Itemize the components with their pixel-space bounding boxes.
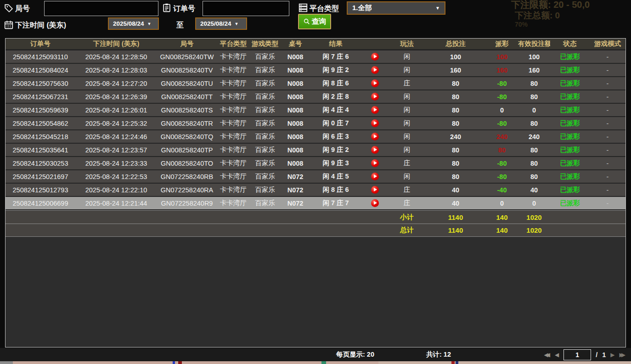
cell-time: 2025-08-24 12:26:39 bbox=[75, 93, 157, 101]
date-from-picker[interactable]: 2025/08/24 bbox=[108, 17, 159, 30]
cell-play-type: 庄 bbox=[389, 79, 425, 88]
cell-time: 2025-08-24 12:28:50 bbox=[75, 53, 157, 61]
cell-round: GN008258240TS bbox=[157, 106, 217, 114]
cell-game-type: 百家乐 bbox=[250, 146, 280, 154]
cell-total-bet: 80 bbox=[425, 80, 486, 87]
cell-game-type: 百家乐 bbox=[250, 79, 280, 88]
cell-platform: 卡卡湾厅 bbox=[217, 185, 250, 194]
first-page-icon[interactable] bbox=[544, 352, 550, 358]
cell-round: GN072258240R9 bbox=[157, 200, 217, 207]
cell-game-mode: - bbox=[590, 120, 625, 127]
play-icon[interactable] bbox=[371, 133, 379, 140]
cell-result: 闲 6 庄 3 bbox=[310, 132, 361, 141]
cell-total-bet: 100 bbox=[425, 53, 486, 61]
cell-platform: 卡卡湾厅 bbox=[217, 132, 250, 141]
table-row[interactable]: 2508241250356412025-08-24 12:23:57GN0082… bbox=[6, 144, 625, 157]
cell-payout: 100 bbox=[486, 53, 518, 61]
cell-platform: 卡卡湾厅 bbox=[217, 159, 250, 168]
cell-status: 已派彩 bbox=[550, 132, 590, 141]
page-total: 1 bbox=[602, 351, 606, 358]
cell-round: GN072258240RB bbox=[157, 173, 217, 180]
play-icon[interactable] bbox=[371, 79, 379, 87]
cell-total-bet: 80 bbox=[425, 146, 486, 154]
play-icon[interactable] bbox=[371, 199, 379, 207]
search-button[interactable]: 查询 bbox=[298, 14, 331, 29]
cell-result: 闲 7 庄 7 bbox=[310, 199, 361, 207]
background-strip bbox=[0, 361, 631, 364]
cell-platform: 卡卡湾厅 bbox=[217, 106, 250, 114]
cell-time: 2025-08-24 12:28:03 bbox=[75, 67, 157, 74]
cell-play bbox=[361, 93, 389, 101]
cell-total-bet: 80 bbox=[425, 173, 486, 180]
cell-game-mode: - bbox=[590, 67, 625, 74]
date-to-picker[interactable]: 2025/08/24 bbox=[195, 17, 247, 30]
table-row[interactable]: 2508241250066992025-08-24 12:21:44GN0722… bbox=[6, 197, 625, 210]
cell-game-mode: - bbox=[590, 53, 625, 61]
cell-play bbox=[361, 146, 389, 154]
table-row[interactable]: 2508241250596392025-08-24 12:26:01GN0082… bbox=[6, 104, 625, 117]
calendar-icon bbox=[4, 20, 14, 30]
cell-play bbox=[361, 106, 389, 114]
cell-game-mode: - bbox=[590, 146, 625, 154]
header-game-mode: 游戏模式 bbox=[590, 39, 625, 48]
play-icon[interactable] bbox=[371, 53, 379, 61]
cell-table-no: N008 bbox=[280, 67, 310, 74]
header-game-type: 游戏类型 bbox=[250, 39, 280, 48]
platform-icon bbox=[298, 3, 308, 13]
cell-table-no: N072 bbox=[280, 186, 310, 194]
cell-round: GN008258240TR bbox=[157, 120, 217, 127]
cell-time: 2025-08-24 12:21:44 bbox=[75, 200, 157, 207]
platform-select[interactable]: 1.全部 bbox=[347, 1, 445, 15]
last-page-icon[interactable] bbox=[620, 352, 625, 358]
cell-table-no: N008 bbox=[280, 160, 310, 167]
play-icon[interactable] bbox=[371, 66, 379, 74]
prev-page-icon[interactable] bbox=[555, 352, 559, 358]
table-row[interactable]: 2508241250756302025-08-24 12:27:20GN0082… bbox=[6, 77, 625, 90]
bet-time-filter-label: 下注时间 (美东) bbox=[15, 20, 66, 30]
cell-play-type: 闲 bbox=[389, 52, 425, 61]
play-icon[interactable] bbox=[371, 173, 379, 180]
cell-result: 闲 8 庄 6 bbox=[310, 185, 361, 194]
pager: / 1 bbox=[544, 348, 625, 361]
table-row[interactable]: 2508241250452182025-08-24 12:24:46GN0082… bbox=[6, 130, 625, 144]
order-input[interactable] bbox=[203, 1, 289, 16]
order-input-wrap bbox=[203, 1, 289, 16]
cell-payout: 160 bbox=[486, 67, 518, 74]
cell-round: GN008258240TO bbox=[157, 160, 217, 167]
table-row[interactable]: 2508241250548622025-08-24 12:25:32GN0082… bbox=[6, 117, 625, 130]
cell-payout: -80 bbox=[486, 93, 518, 101]
cell-order: 250824125021697 bbox=[6, 173, 75, 180]
table-row[interactable]: 2508241250931102025-08-24 12:28:50GN0082… bbox=[6, 50, 625, 64]
next-page-icon[interactable] bbox=[610, 352, 614, 358]
cell-round: GN008258240TP bbox=[157, 146, 217, 154]
cell-platform: 卡卡湾厅 bbox=[217, 119, 250, 128]
platform-filter-label: 平台类型 bbox=[310, 4, 339, 14]
play-icon[interactable] bbox=[371, 186, 379, 194]
subtotal-row-label: 小计 bbox=[389, 213, 425, 222]
cell-game-mode: - bbox=[590, 186, 625, 194]
play-icon[interactable] bbox=[371, 146, 379, 154]
table-row[interactable]: 2508241250840242025-08-24 12:28:03GN0082… bbox=[6, 64, 625, 77]
play-icon[interactable] bbox=[371, 119, 379, 127]
cell-result: 闲 8 庄 6 bbox=[310, 79, 361, 88]
table-row[interactable]: 2508241250127932025-08-24 12:22:10GN0722… bbox=[6, 184, 625, 197]
play-icon[interactable] bbox=[371, 159, 379, 167]
bg-bet-limit-text: 下注限额: 20 - 50,0 bbox=[511, 0, 590, 11]
table-row[interactable]: 2508241250672312025-08-24 12:26:39GN0082… bbox=[6, 90, 625, 104]
cell-status: 已派彩 bbox=[550, 79, 590, 88]
cell-total-bet: 80 bbox=[425, 93, 486, 101]
cell-round: GN008258240TU bbox=[157, 80, 217, 87]
cell-payout: -40 bbox=[486, 186, 518, 194]
round-input[interactable] bbox=[45, 1, 158, 16]
cell-table-no: N072 bbox=[280, 200, 310, 207]
cell-game-mode: - bbox=[590, 80, 625, 87]
table-row[interactable]: 2508241250302532025-08-24 12:23:33GN0082… bbox=[6, 157, 625, 170]
cell-play bbox=[361, 53, 389, 61]
play-icon[interactable] bbox=[371, 93, 379, 101]
play-icon[interactable] bbox=[371, 106, 379, 114]
cell-order: 250824125093110 bbox=[6, 53, 75, 61]
cell-valid-bet: 80 bbox=[518, 80, 550, 87]
header-total-bet: 总投注 bbox=[425, 39, 486, 48]
page-number-input[interactable] bbox=[563, 349, 591, 360]
table-row[interactable]: 2508241250216972025-08-24 12:22:53GN0722… bbox=[6, 170, 625, 184]
